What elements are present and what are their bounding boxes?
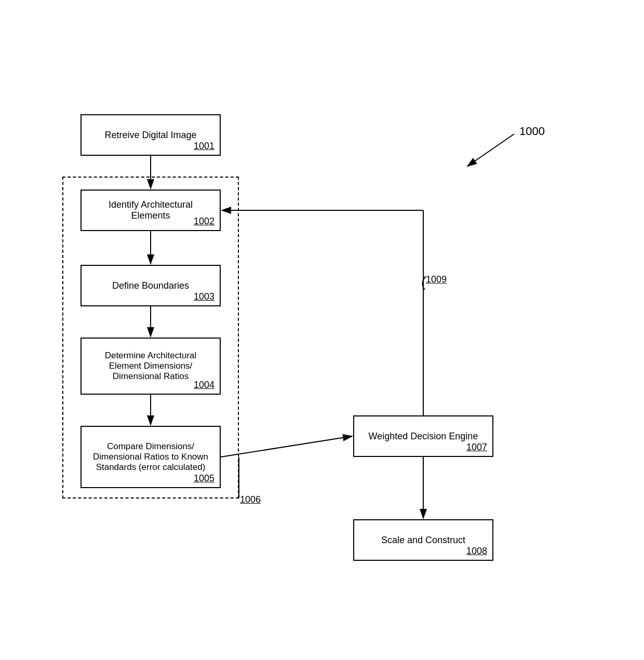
box-1003-ref: 1003 [194,291,214,302]
box-weighted-decision-engine: Weighted Decision Engine 1007 [353,415,493,457]
ref-label-1006: 1006 [240,494,261,505]
box-define-boundaries: Define Boundaries 1003 [81,265,221,306]
svg-line-11 [467,134,514,166]
box-determine-dimensions: Determine Architectural Element Dimensio… [81,338,221,395]
diagram-container: Retreive Digital Image 1001 Identify Arc… [0,0,644,660]
diagram-ref-1000: 1000 [519,125,545,138]
box-1003-label: Define Boundaries [112,280,189,291]
box-1007-ref: 1007 [466,442,487,453]
box-identify-architectural-elements: Identify Architectural Elements 1002 [81,190,221,231]
box-1007-label: Weighted Decision Engine [369,431,478,442]
box-1008-label: Scale and Construct [381,535,465,546]
box-1001-label: Retreive Digital Image [104,130,196,141]
box-compare-dimensions: Compare Dimensions/ Dimensional Ratios t… [81,426,221,488]
svg-line-6 [221,436,352,457]
box-1005-ref: 1005 [194,473,214,484]
box-1001-ref: 1001 [194,141,214,152]
box-retrieve-digital-image: Retreive Digital Image 1001 [81,114,221,156]
ref-label-1009: 1009 [426,274,447,285]
box-scale-and-construct: Scale and Construct 1008 [353,519,493,561]
box-1005-label: Compare Dimensions/ Dimensional Ratios t… [89,441,212,473]
box-1002-ref: 1002 [194,216,214,227]
box-1008-ref: 1008 [466,546,487,557]
box-1004-label: Determine Architectural Element Dimensio… [89,351,212,382]
box-1004-ref: 1004 [194,380,214,390]
